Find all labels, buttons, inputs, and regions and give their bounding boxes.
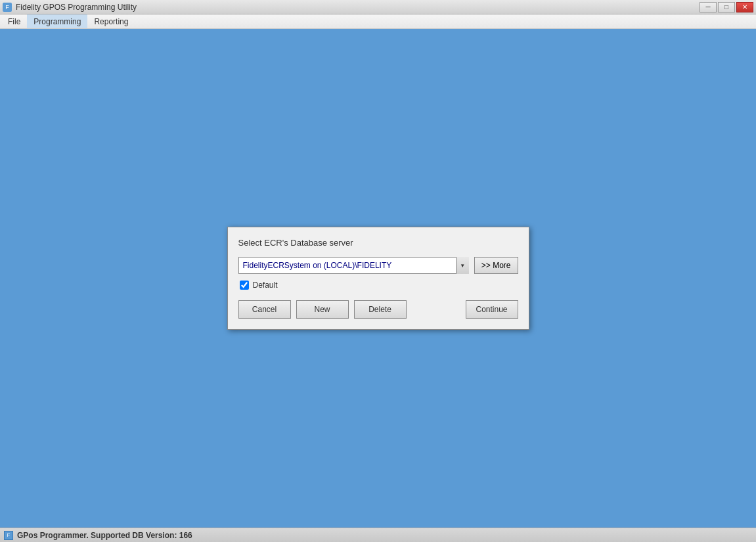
title-bar-left: F Fidelity GPOS Programming Utility [3, 3, 137, 12]
status-icon: F [4, 531, 13, 540]
title-bar: F Fidelity GPOS Programming Utility ─ □ … [0, 0, 756, 14]
menu-bar: File Programming Reporting [0, 14, 756, 29]
menu-programming[interactable]: Programming [27, 14, 87, 28]
main-area: Select ECR's Database server FidelityECR… [0, 29, 756, 528]
menu-file[interactable]: File [1, 14, 27, 28]
default-checkbox-row: Default [238, 281, 518, 290]
database-select[interactable]: FidelityECRSystem on (LOCAL)\FIDELITY [238, 257, 469, 274]
maximize-button[interactable]: □ [718, 2, 735, 12]
title-bar-text: Fidelity GPOS Programming Utility [16, 3, 137, 12]
dialog: Select ECR's Database server FidelityECR… [227, 227, 529, 330]
title-bar-controls: ─ □ ✕ [700, 2, 753, 12]
more-button[interactable]: >> More [474, 257, 518, 274]
dialog-title: Select ECR's Database server [238, 238, 518, 248]
close-button[interactable]: ✕ [736, 2, 753, 12]
database-select-wrapper: FidelityECRSystem on (LOCAL)\FIDELITY ▼ [238, 257, 469, 274]
button-row: Cancel New Delete Continue [238, 300, 518, 319]
continue-button[interactable]: Continue [466, 300, 518, 319]
new-button[interactable]: New [296, 300, 349, 319]
status-text: GPos Programmer. Supported DB Version: 1… [17, 531, 192, 540]
delete-button[interactable]: Delete [354, 300, 407, 319]
minimize-button[interactable]: ─ [700, 2, 717, 12]
cancel-button[interactable]: Cancel [238, 300, 291, 319]
default-checkbox[interactable] [240, 281, 249, 290]
menu-reporting[interactable]: Reporting [87, 14, 135, 28]
status-bar: F GPos Programmer. Supported DB Version:… [0, 528, 756, 542]
dialog-select-row: FidelityECRSystem on (LOCAL)\FIDELITY ▼ … [238, 257, 518, 274]
app-icon: F [3, 3, 12, 12]
default-label: Default [253, 281, 278, 290]
